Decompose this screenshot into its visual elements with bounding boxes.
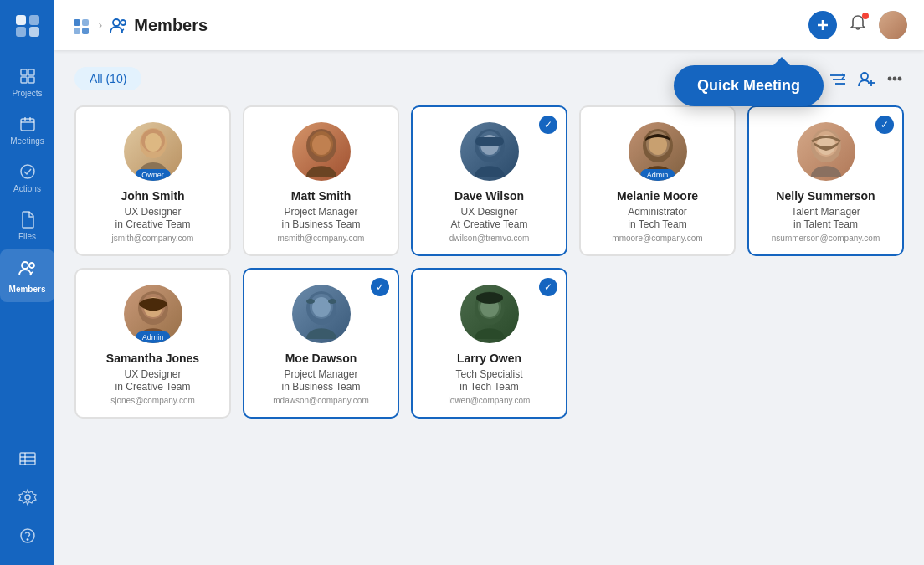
add-member-button[interactable] — [857, 69, 875, 88]
user-avatar[interactable] — [879, 11, 907, 39]
member-team: in Tech Team — [423, 381, 556, 393]
svg-point-61 — [312, 297, 331, 317]
member-card-nelly-summerson[interactable]: ✓ Nelly Summerson Talent Manager in Tale… — [747, 105, 904, 256]
svg-point-13 — [22, 262, 28, 269]
member-card-larry-owen[interactable]: ✓ Larry Owen Tech Specialist in Tech Tea… — [411, 268, 567, 419]
calendar-icon — [18, 115, 37, 133]
topbar: › Members — [54, 0, 924, 50]
member-name: Nelly Summerson — [759, 189, 892, 203]
member-title: UX Designer — [86, 368, 219, 380]
svg-point-19 — [25, 495, 30, 500]
member-card-melanie-moore[interactable]: Admin Melanie Moore Administrator in Tec… — [579, 105, 736, 256]
all-filter-badge[interactable]: All (10) — [74, 67, 141, 90]
notifications-bell[interactable] — [849, 14, 867, 36]
sidebar-item-table[interactable] — [0, 441, 54, 480]
member-title: Administrator — [591, 206, 724, 218]
member-name: Matt Smith — [254, 189, 388, 203]
svg-point-27 — [121, 20, 126, 25]
check-circle-icon — [18, 162, 37, 181]
sidebar-item-files[interactable]: Files — [0, 202, 54, 249]
sidebar-item-settings[interactable] — [0, 480, 54, 518]
sidebar-item-help[interactable] — [0, 518, 54, 557]
svg-point-39 — [899, 78, 901, 80]
member-email: msmith@company.com — [254, 234, 388, 243]
svg-point-12 — [21, 165, 34, 178]
member-email: jsmith@company.com — [86, 234, 219, 243]
avatar — [460, 285, 519, 343]
member-email: lowen@company.com — [423, 396, 556, 405]
sort-button[interactable] — [829, 70, 847, 87]
svg-rect-5 — [28, 69, 34, 75]
page-title: Members — [134, 16, 808, 35]
member-title: UX Designer — [86, 206, 219, 218]
svg-rect-25 — [82, 28, 89, 34]
sort-icon — [829, 70, 847, 87]
svg-rect-24 — [74, 28, 80, 34]
users-icon — [17, 258, 38, 280]
member-name: Larry Owen — [423, 352, 556, 365]
svg-point-21 — [27, 539, 28, 541]
svg-point-42 — [145, 133, 162, 152]
svg-rect-4 — [21, 69, 27, 75]
svg-rect-3 — [29, 27, 39, 37]
selected-check: ✓ — [539, 116, 557, 134]
member-name: Samantha Jones — [86, 352, 219, 365]
member-team: in Creative Team — [86, 381, 219, 393]
svg-rect-8 — [21, 119, 34, 131]
quick-meeting-tooltip[interactable]: Quick Meeting — [674, 65, 824, 106]
topbar-actions — [808, 11, 907, 39]
gear-icon — [18, 488, 37, 506]
table-icon — [18, 449, 37, 468]
selected-check: ✓ — [875, 116, 894, 134]
sidebar-item-projects[interactable]: Projects — [0, 59, 54, 106]
sidebar-item-meetings[interactable]: Meetings — [0, 106, 54, 154]
member-name: Dave Wilson — [423, 189, 556, 203]
admin-badge: Admin — [640, 169, 675, 181]
main-content: All (10) — [54, 50, 924, 565]
member-team: in Business Team — [254, 218, 388, 230]
svg-point-67 — [476, 292, 503, 304]
svg-rect-1 — [29, 15, 39, 25]
member-card-john-smith[interactable]: Owner John Smith UX Designer in Creative… — [74, 105, 231, 256]
avatar — [460, 122, 519, 181]
notification-dot — [862, 13, 869, 19]
member-card-samantha-jones[interactable]: Admin Samantha Jones UX Designer in Crea… — [74, 268, 231, 419]
member-email: dwilson@tremvo.com — [423, 234, 556, 243]
member-name: Moe Dawson — [254, 352, 388, 365]
member-title: Project Manager — [254, 206, 388, 218]
members-grid: Owner John Smith UX Designer in Creative… — [74, 105, 904, 256]
avatar: Owner — [124, 122, 182, 181]
breadcrumb-separator: › — [98, 18, 102, 33]
member-card-matt-smith[interactable]: Matt Smith Project Manager in Business T… — [243, 105, 399, 256]
logo[interactable] — [13, 8, 43, 42]
member-title: Tech Specialist — [423, 368, 556, 380]
members-nav-icon — [109, 16, 127, 34]
add-user-icon — [857, 69, 875, 88]
member-team: in Tech Team — [591, 218, 724, 230]
question-icon — [18, 526, 37, 545]
grid-icon — [18, 67, 37, 85]
members-grid-row2: Admin Samantha Jones UX Designer in Crea… — [74, 268, 904, 419]
more-icon — [886, 69, 904, 88]
sidebar-item-actions[interactable]: Actions — [0, 154, 54, 202]
member-card-moe-dawson[interactable]: ✓ Moe Dawson Project Manager in Business… — [243, 268, 399, 419]
svg-rect-7 — [28, 77, 34, 83]
more-options-button[interactable] — [886, 69, 904, 88]
add-button[interactable] — [808, 11, 837, 39]
svg-point-38 — [894, 78, 896, 80]
member-team: in Creative Team — [86, 218, 219, 230]
svg-point-34 — [861, 73, 868, 80]
selected-check: ✓ — [539, 278, 557, 296]
member-card-dave-wilson[interactable]: ✓ Dave Wilson UX Designer At Creative Te… — [411, 105, 567, 256]
sidebar: Projects Meetings Actions Files — [0, 0, 54, 565]
member-email: mmoore@company.com — [591, 234, 724, 243]
svg-rect-15 — [20, 453, 35, 465]
svg-rect-23 — [82, 19, 89, 26]
svg-point-62 — [306, 299, 315, 304]
member-title: UX Designer — [423, 206, 556, 218]
sidebar-item-members[interactable]: Members — [0, 249, 54, 302]
member-title: Project Manager — [254, 368, 388, 380]
owner-badge: Owner — [135, 169, 171, 181]
member-team: in Business Team — [254, 381, 388, 393]
home-icon[interactable] — [71, 14, 93, 36]
